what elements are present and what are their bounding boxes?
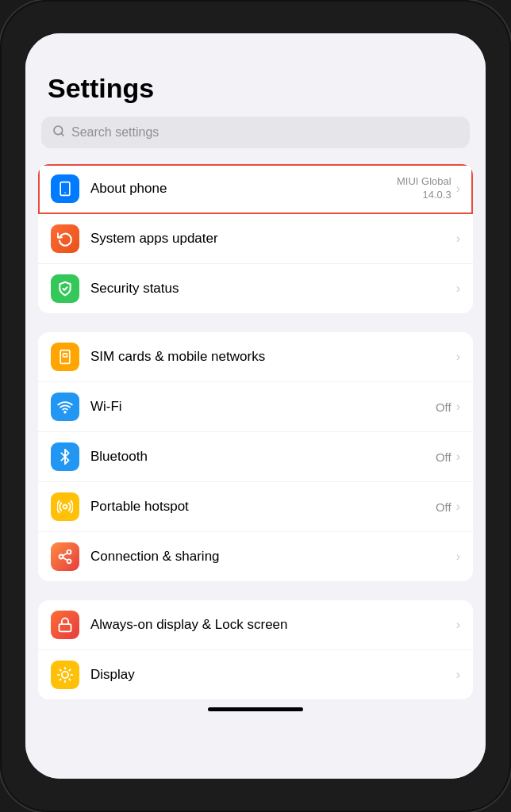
about-phone-label: About phone — [90, 180, 397, 197]
settings-item-sim[interactable]: SIM cards & mobile networks › — [38, 332, 473, 382]
wifi-value: Off — [436, 400, 451, 414]
about-phone-chevron: › — [456, 182, 460, 196]
always-on-icon — [51, 611, 79, 639]
settings-item-always-on[interactable]: Always-on display & Lock screen › — [38, 600, 473, 650]
svg-point-6 — [64, 412, 66, 413]
svg-point-14 — [62, 672, 68, 678]
divider-1 — [25, 321, 486, 332]
section-display-lock: Always-on display & Lock screen › — [38, 600, 473, 699]
search-placeholder: Search settings — [71, 125, 159, 140]
bluetooth-value: Off — [436, 450, 451, 464]
settings-item-about-phone[interactable]: About phone MIUI Global14.0.3 › — [38, 164, 473, 214]
search-bar[interactable]: Search settings — [41, 117, 470, 148]
connection-icon — [51, 542, 79, 571]
screen-content[interactable]: Settings Search settings — [25, 33, 486, 779]
settings-item-display[interactable]: Display › — [38, 650, 473, 699]
page-title: Settings — [25, 65, 486, 117]
sim-icon — [51, 343, 79, 371]
hotspot-value: Off — [436, 500, 451, 514]
hotspot-icon — [51, 492, 79, 521]
system-apps-icon — [51, 224, 79, 253]
phone-screen: Settings Search settings — [25, 33, 486, 779]
security-label: Security status — [90, 280, 456, 297]
sim-label: SIM cards & mobile networks — [90, 348, 456, 366]
svg-rect-13 — [60, 624, 71, 631]
svg-line-12 — [63, 553, 67, 555]
wifi-chevron: › — [456, 400, 460, 414]
wifi-icon — [51, 393, 79, 421]
search-icon — [52, 124, 65, 140]
display-label: Display — [90, 666, 456, 684]
hotspot-chevron: › — [456, 500, 460, 514]
settings-item-connection[interactable]: Connection & sharing › — [38, 532, 473, 581]
settings-item-wifi[interactable]: Wi-Fi Off › — [38, 382, 473, 432]
sim-chevron: › — [456, 350, 460, 364]
about-phone-value: MIUI Global14.0.3 — [397, 175, 451, 202]
settings-item-bluetooth[interactable]: Bluetooth Off › — [38, 432, 473, 482]
bluetooth-icon — [51, 442, 79, 471]
svg-line-21 — [60, 679, 61, 680]
section-top: About phone MIUI Global14.0.3 › System a… — [38, 164, 473, 313]
display-chevron: › — [456, 668, 460, 682]
security-icon — [51, 274, 79, 303]
display-icon — [51, 661, 79, 689]
settings-item-security[interactable]: Security status › — [38, 264, 473, 313]
bluetooth-chevron: › — [456, 450, 460, 464]
settings-item-system-apps[interactable]: System apps updater › — [38, 214, 473, 264]
bottom-bar — [208, 707, 303, 711]
wifi-label: Wi-Fi — [90, 398, 436, 416]
svg-line-1 — [61, 133, 63, 136]
svg-line-18 — [69, 679, 70, 680]
system-apps-chevron: › — [456, 232, 460, 246]
svg-rect-5 — [63, 354, 67, 357]
about-phone-icon — [51, 174, 79, 203]
settings-item-hotspot[interactable]: Portable hotspot Off › — [38, 482, 473, 532]
bluetooth-label: Bluetooth — [90, 448, 436, 465]
svg-line-11 — [63, 557, 67, 560]
security-chevron: › — [456, 282, 460, 296]
divider-2 — [25, 589, 486, 600]
system-apps-label: System apps updater — [90, 230, 456, 247]
always-on-chevron: › — [456, 618, 460, 632]
hotspot-label: Portable hotspot — [90, 498, 436, 515]
phone-frame: Settings Search settings — [0, 0, 511, 812]
connection-label: Connection & sharing — [90, 548, 456, 565]
connection-chevron: › — [456, 550, 460, 564]
svg-point-7 — [63, 505, 67, 509]
svg-line-22 — [69, 670, 70, 671]
section-network: SIM cards & mobile networks › Wi-Fi — [38, 332, 473, 581]
always-on-label: Always-on display & Lock screen — [90, 616, 456, 634]
svg-line-17 — [60, 670, 61, 671]
